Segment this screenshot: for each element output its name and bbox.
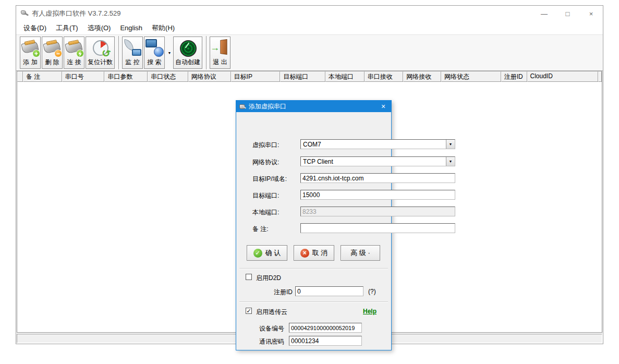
confirm-button[interactable]: ✓ 确 认 [247, 245, 287, 261]
dialog-body: 虚拟串口: COM7 网络协议: TCP Client 目标IP/域名: 目标端… [236, 112, 391, 350]
dialog-icon [239, 103, 246, 110]
search-button[interactable]: 搜 索 [144, 37, 165, 69]
virtual-port-select[interactable]: COM7 [300, 139, 455, 149]
ok-check-icon: ✓ [253, 249, 262, 258]
window-title: 有人虚拟串口软件 V3.7.2.529 [32, 9, 121, 18]
col-register-id[interactable]: 注册ID [501, 71, 527, 82]
col-port-params[interactable]: 串口参数 [104, 71, 148, 82]
col-serial-rx[interactable]: 串口接收 [365, 71, 404, 82]
col-net-protocol[interactable]: 网络协议 [188, 71, 231, 82]
divider [239, 268, 388, 269]
divider [239, 301, 388, 302]
comm-password-input[interactable] [289, 336, 362, 346]
enable-d2d-label: 启用D2D [256, 274, 281, 283]
cloud-help-link[interactable]: Help [363, 308, 377, 315]
net-protocol-label: 网络协议: [252, 158, 279, 167]
comm-password-label: 通讯密码 [259, 337, 284, 346]
exit-door-icon: → [210, 38, 230, 58]
monitor-icon [123, 38, 142, 58]
col-target-ip[interactable]: 目标IP [231, 71, 281, 82]
search-dropdown-arrow[interactable] [166, 37, 173, 69]
menu-help[interactable]: 帮助(H) [147, 22, 179, 34]
toolbar: + 添 加 − 删 除 连 接 复位计数 监 控 搜 索 自动创建 [16, 34, 603, 71]
dialog-close-icon[interactable]: × [375, 101, 391, 112]
auto-create-button[interactable]: 自动创建 [173, 37, 202, 69]
register-id-hint-link[interactable]: (?) [368, 288, 376, 295]
app-icon [20, 9, 29, 18]
exit-button[interactable]: → 退 出 [210, 37, 230, 69]
toolbar-separator [118, 36, 119, 69]
reset-counter-icon [90, 38, 110, 58]
cancel-x-icon: × [300, 249, 309, 258]
auto-create-radar-icon [178, 38, 198, 58]
advanced-button[interactable]: 高 级 · [341, 245, 380, 261]
dialog-title: 添加虚拟串口 [249, 102, 375, 111]
virtual-port-label: 虚拟串口: [252, 141, 279, 150]
chevron-down-icon[interactable] [446, 157, 455, 166]
menu-english[interactable]: English [115, 22, 147, 33]
menu-options[interactable]: 选项(O) [83, 22, 116, 34]
register-id-label: 注册ID [274, 288, 293, 297]
device-id-label: 设备编号 [259, 324, 284, 333]
col-net-rx[interactable]: 网络接收 [403, 71, 441, 82]
enable-cloud-label: 启用透传云 [256, 308, 287, 317]
col-cloud-id[interactable]: CloudID [527, 71, 598, 82]
menubar: 设备(D) 工具(T) 选项(O) English 帮助(H) [16, 21, 603, 34]
target-port-label: 目标端口: [252, 191, 279, 200]
register-id-input[interactable] [295, 286, 363, 296]
target-ip-label: 目标IP/域名: [252, 175, 287, 184]
close-button[interactable]: × [579, 6, 603, 21]
toolbar-separator [206, 36, 207, 69]
net-protocol-select[interactable]: TCP Client [300, 156, 455, 166]
connect-button[interactable]: 连 接 [64, 37, 84, 69]
device-id-input[interactable] [289, 323, 362, 333]
search-network-icon [144, 38, 164, 58]
maximize-button[interactable]: □ [556, 6, 579, 21]
enable-d2d-checkbox[interactable] [246, 274, 252, 280]
enable-cloud-checkbox[interactable] [246, 308, 252, 314]
add-virtual-port-dialog: 添加虚拟串口 × 虚拟串口: COM7 网络协议: TCP Client 目标I… [236, 100, 392, 350]
target-ip-input[interactable] [300, 173, 455, 183]
col-target-port[interactable]: 目标端口 [280, 71, 325, 82]
remark-label: 备 注: [252, 225, 269, 234]
col-port-status[interactable]: 串口状态 [148, 71, 188, 82]
reset-counter-button[interactable]: 复位计数 [86, 37, 115, 69]
serial-port-add-icon: + [20, 38, 40, 58]
col-port-number[interactable]: 串口号 [62, 71, 105, 82]
chevron-down-icon[interactable] [446, 140, 455, 149]
header-filler [598, 71, 602, 82]
titlebar: 有人虚拟串口软件 V3.7.2.529 — □ × [16, 6, 603, 21]
target-port-input[interactable] [300, 190, 455, 200]
local-port-input [300, 207, 455, 216]
menu-tools[interactable]: 工具(T) [51, 22, 83, 34]
cancel-button[interactable]: × 取 消 [294, 245, 334, 261]
menu-device[interactable]: 设备(D) [19, 22, 51, 34]
add-port-button[interactable]: + 添 加 [20, 37, 41, 69]
col-remark[interactable]: 备 注 [23, 71, 62, 82]
col-local-port[interactable]: 本地端口 [325, 71, 365, 82]
header-stub [17, 71, 23, 82]
minimize-button[interactable]: — [532, 6, 556, 21]
serial-connect-icon [64, 38, 84, 58]
delete-port-button[interactable]: − 删 除 [42, 37, 63, 69]
col-net-status[interactable]: 网络状态 [441, 71, 501, 82]
list-header: 备 注 串口号 串口参数 串口状态 网络协议 目标IP 目标端口 本地端口 串口… [17, 71, 602, 82]
local-port-label: 本地端口: [252, 208, 279, 217]
monitor-button[interactable]: 监 控 [122, 37, 143, 69]
remark-input[interactable] [300, 223, 455, 233]
serial-port-remove-icon: − [42, 38, 62, 58]
dialog-titlebar[interactable]: 添加虚拟串口 × [236, 101, 391, 112]
